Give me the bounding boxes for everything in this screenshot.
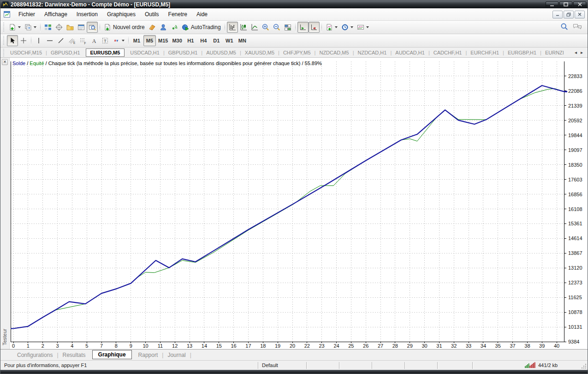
text-label-button[interactable]: T [100, 35, 111, 46]
autotrading-button[interactable]: AutoTrading [180, 22, 223, 33]
horizontal-line-button[interactable] [44, 35, 55, 46]
templates-button[interactable] [355, 22, 371, 33]
tester-tab-journal[interactable]: Journal [164, 350, 189, 360]
fibonacci-button[interactable]: F [77, 35, 89, 46]
chart-tab-audusd-m5[interactable]: AUDUSD,M5 [203, 49, 239, 56]
signals-button[interactable] [169, 22, 180, 33]
navigator-button[interactable] [65, 22, 76, 33]
new-chart-button[interactable] [7, 22, 23, 33]
toolbar-drag-handle[interactable] [3, 36, 5, 45]
timeframe-h1[interactable]: H1 [184, 35, 197, 46]
svg-text:14614: 14614 [568, 235, 582, 241]
timeframe-mn[interactable]: MN [236, 35, 249, 46]
svg-text:39: 39 [539, 343, 545, 349]
search-icon[interactable] [560, 23, 568, 32]
toolbar-drag-handle[interactable] [3, 23, 5, 32]
arrow-shapes-button[interactable] [111, 35, 126, 46]
menu-aide[interactable]: Aide [192, 9, 212, 19]
timeframe-h4[interactable]: H4 [197, 35, 210, 46]
svg-text:19: 19 [275, 343, 280, 349]
toolbar-separator [295, 22, 296, 32]
autotrading-label: AutoTrading [191, 24, 221, 30]
taskbar-edge [0, 370, 588, 374]
status-help-text: Pour plus d'informations, appuyer F1 [0, 361, 258, 370]
timeframe-m15[interactable]: M15 [156, 35, 170, 46]
menu-fenetre[interactable]: Fenetre [164, 9, 192, 19]
indicators-button[interactable] [324, 22, 339, 33]
zoom-in-button[interactable] [260, 22, 271, 33]
metaeditor-button[interactable] [147, 22, 158, 33]
mdi-restore-button[interactable] [564, 11, 574, 18]
new-order-button[interactable]: Nouvel ordre [102, 22, 147, 33]
periods-button[interactable] [339, 22, 355, 33]
svg-text:23: 23 [319, 343, 324, 349]
line-chart-button[interactable] [249, 22, 260, 33]
resize-grip[interactable] [580, 361, 588, 370]
market-watch-button[interactable] [42, 22, 53, 33]
menu-insertion[interactable]: Insertion [72, 9, 102, 19]
text-button[interactable]: A [89, 35, 100, 46]
status-profile[interactable]: Default [258, 361, 306, 370]
menu-graphiques[interactable]: Graphiques [102, 9, 140, 19]
close-button[interactable] [573, 1, 586, 8]
chart-tab-eurgbp-h1[interactable]: EURGBP,H1 [505, 49, 540, 56]
chart-tab-nzdcad-m5[interactable]: NZDCAD,M5 [316, 49, 352, 56]
candlestick-chart-button[interactable] [238, 22, 249, 33]
chart-tab-cadchf-h1[interactable]: CADCHF,H1 [430, 49, 465, 56]
tester-close-button[interactable]: ✕ [2, 59, 8, 65]
chat-icon[interactable] [573, 23, 582, 32]
chart-tab-nzdcad-h1[interactable]: NZDCAD,H1 [354, 49, 390, 56]
timeframe-w1[interactable]: W1 [223, 35, 236, 46]
trendline-button[interactable] [55, 35, 66, 46]
menu-fichier[interactable]: Fichier [14, 9, 40, 19]
tester-tab-resultats[interactable]: Resultats [59, 350, 89, 360]
maximize-button[interactable] [559, 1, 572, 8]
timeframe-m30[interactable]: M30 [170, 35, 184, 46]
chart-tab-eurchf-h1[interactable]: EURCHF,H1 [467, 49, 502, 56]
chart-tab-chfjpy-m5[interactable]: CHFJPY,M5 [280, 49, 314, 56]
chart-tab-usdchf-m15[interactable]: USDCHF,M15 [7, 49, 45, 56]
profiles-button[interactable] [23, 22, 38, 33]
bar-chart-button[interactable] [227, 22, 238, 33]
zoom-out-button[interactable] [271, 22, 282, 33]
tester-tab-rapport[interactable]: Rapport [135, 350, 162, 360]
svg-text:22: 22 [304, 343, 310, 349]
chart-tab-gbpusd-h1[interactable]: GBPUSD,H1 [48, 49, 83, 56]
menu-affichage[interactable]: Affichage [40, 9, 72, 19]
strategy-tester-button[interactable] [87, 22, 98, 33]
chart-tab-eurusd-m5[interactable]: EURUSD,M5 [86, 48, 125, 57]
svg-text:3: 3 [56, 343, 59, 349]
vertical-line-button[interactable] [33, 35, 44, 46]
svg-text:32: 32 [451, 343, 457, 349]
data-window-button[interactable] [53, 22, 65, 33]
chart-shift-button[interactable] [309, 22, 320, 33]
toolbar-drag-handle[interactable] [3, 49, 5, 56]
chart-tab-audcad-h1[interactable]: AUDCAD,H1 [392, 49, 428, 56]
chart-tab-xauusd-m5[interactable]: XAUUSD,M5 [242, 49, 278, 56]
tabs-scroll-left-icon[interactable]: ◂ [575, 50, 577, 55]
timeframe-m5[interactable]: M5 [143, 35, 156, 46]
mdi-close-button[interactable] [575, 11, 585, 18]
auto-scroll-button[interactable] [297, 22, 309, 33]
tabs-scroll-right-icon[interactable]: ▸ [581, 50, 583, 55]
chart-tab-eurnzi[interactable]: EURNZI [542, 49, 567, 56]
community-button[interactable] [158, 22, 169, 33]
terminal-button[interactable] [76, 22, 87, 33]
cursor-button[interactable] [7, 35, 18, 46]
menu-outils[interactable]: Outils [140, 9, 164, 19]
chart-tab-usdcad-h1[interactable]: USDCAD,H1 [127, 49, 163, 56]
tester-tab-graphique[interactable]: Graphique [92, 350, 132, 359]
mdi-minimize-button[interactable] [552, 11, 563, 18]
chevron-down-icon [34, 26, 36, 28]
chart-tab-gbpusd-h1[interactable]: GBPUSD,H1 [165, 49, 201, 56]
tester-tab-configurations[interactable]: Configurations [13, 350, 56, 360]
timeframe-d1[interactable]: D1 [210, 35, 223, 46]
svg-text:33: 33 [466, 343, 471, 349]
crosshair-button[interactable] [18, 35, 29, 46]
timeframe-m1[interactable]: M1 [131, 35, 143, 46]
tester-graph[interactable]: Solde / Equité / Chaque tick (la méthode… [10, 58, 588, 349]
equidistant-channel-button[interactable]: E [66, 35, 77, 46]
toolbar-separator [128, 36, 129, 46]
tile-windows-button[interactable] [282, 22, 293, 33]
minimize-button[interactable] [546, 1, 558, 8]
